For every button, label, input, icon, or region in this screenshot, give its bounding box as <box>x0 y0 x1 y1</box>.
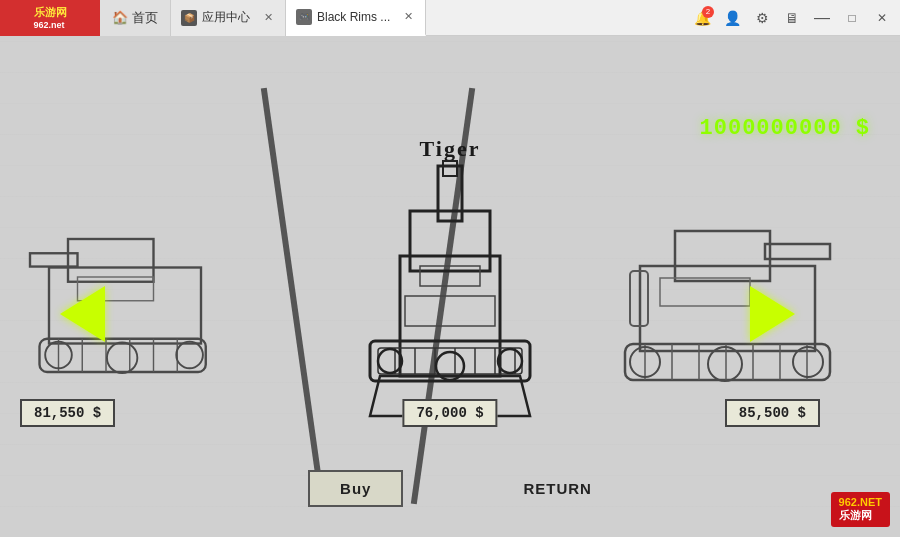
svg-rect-20 <box>68 239 154 282</box>
tab-home-label: 首页 <box>132 9 158 27</box>
titlebar: 乐游网 962.net 🏠 首页 📦 应用中心 ✕ 🎮 Black Rims .… <box>0 0 900 36</box>
svg-point-30 <box>107 343 137 373</box>
price-center-value: 76,000 $ <box>416 405 483 421</box>
watermark-sub: 乐游网 <box>839 509 872 521</box>
appstore-icon: 📦 <box>181 10 197 26</box>
tank-center <box>350 156 550 436</box>
svg-rect-16 <box>405 296 495 326</box>
price-tag-left: 81,550 $ <box>20 399 115 427</box>
price-right-value: 85,500 $ <box>739 405 806 421</box>
tab-appstore[interactable]: 📦 应用中心 ✕ <box>171 0 286 36</box>
tab-appstore-label: 应用中心 <box>202 9 250 26</box>
svg-point-31 <box>176 342 203 369</box>
tab-appstore-close[interactable]: ✕ <box>261 11 275 25</box>
price-tag-right: 85,500 $ <box>725 399 820 427</box>
logo-text: 乐游网 <box>34 5 67 20</box>
tab-game[interactable]: 🎮 Black Rims ... ✕ <box>286 0 426 36</box>
tank-left-svg <box>30 196 220 396</box>
maximize-btn[interactable]: □ <box>838 4 866 32</box>
user-btn[interactable]: 👤 <box>718 4 746 32</box>
tab-game-close[interactable]: ✕ <box>401 10 415 24</box>
nav-arrow-right[interactable] <box>750 286 795 342</box>
minimize-btn[interactable]: — <box>808 4 836 32</box>
tank-right-svg <box>620 196 840 396</box>
game-icon: 🎮 <box>296 9 312 25</box>
tank-center-svg <box>350 156 550 436</box>
tank-right <box>620 196 840 396</box>
currency-display: 1000000000 $ <box>700 116 870 141</box>
screen-btn[interactable]: 🖥 <box>778 4 806 32</box>
settings-btn[interactable]: ⚙ <box>748 4 776 32</box>
svg-rect-3 <box>443 161 457 176</box>
watermark: 962.NET 乐游网 <box>831 492 890 527</box>
tab-bar: 🏠 首页 📦 应用中心 ✕ 🎮 Black Rims ... ✕ <box>100 0 688 36</box>
logo-sub: 962.net <box>34 20 67 30</box>
close-btn[interactable]: ✕ <box>868 4 896 32</box>
svg-rect-34 <box>675 231 770 281</box>
tank-left <box>30 196 220 396</box>
svg-point-15 <box>498 349 522 373</box>
app-logo: 乐游网 962.net <box>0 0 100 36</box>
svg-rect-21 <box>30 253 78 266</box>
tab-game-label: Black Rims ... <box>317 10 390 24</box>
bottom-buttons: Buy RETURN <box>0 470 900 507</box>
svg-point-13 <box>378 349 402 373</box>
home-icon: 🏠 <box>112 10 128 25</box>
notification-btn[interactable]: 🔔 2 <box>688 4 716 32</box>
watermark-site: 962.NET <box>839 496 882 508</box>
price-left-value: 81,550 $ <box>34 405 101 421</box>
game-area: 1000000000 $ Tiger <box>0 36 900 537</box>
notification-badge: 2 <box>702 6 714 18</box>
price-tag-center: 76,000 $ <box>402 399 497 427</box>
tab-home[interactable]: 🏠 首页 <box>100 0 171 36</box>
nav-arrow-left[interactable] <box>60 286 105 342</box>
buy-button[interactable]: Buy <box>308 470 403 507</box>
return-button[interactable]: RETURN <box>523 480 592 497</box>
svg-rect-35 <box>765 244 830 259</box>
svg-rect-17 <box>420 266 480 286</box>
svg-rect-2 <box>438 166 462 221</box>
titlebar-controls: 🔔 2 👤 ⚙ 🖥 — □ ✕ <box>688 4 900 32</box>
